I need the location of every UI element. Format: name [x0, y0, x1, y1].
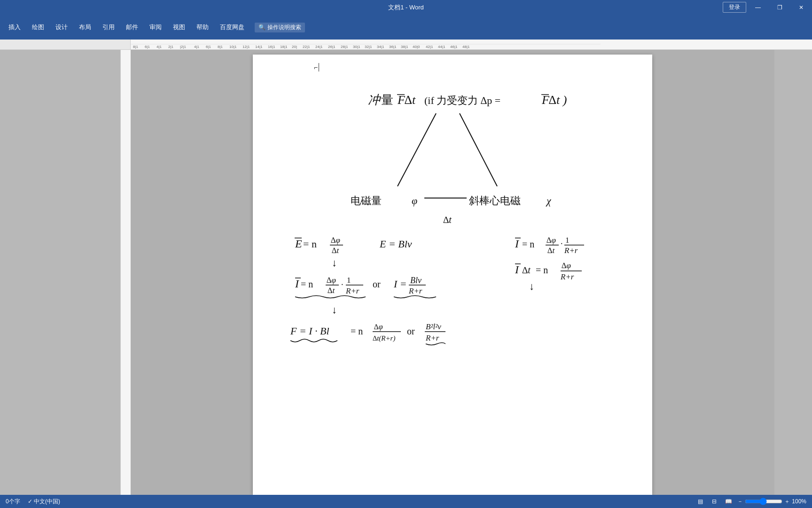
cursor-area: ⌐	[314, 63, 319, 71]
svg-text:4|1: 4|1	[156, 45, 162, 49]
svg-text:46|1: 46|1	[450, 45, 458, 49]
svg-text:R+r: R+r	[425, 333, 439, 342]
svg-text:R+r: R+r	[408, 286, 422, 295]
svg-text:∆t: ∆t	[443, 214, 452, 225]
ruler-bar: 8|1 6|1 4|1 2|1 |2|1 4|1 6|1 8|1 10|1 12…	[0, 40, 812, 50]
svg-text:22|1: 22|1	[303, 45, 310, 49]
svg-text:36|1: 36|1	[389, 45, 397, 49]
svg-text:= n: = n	[536, 265, 548, 275]
svg-text:∆t: ∆t	[328, 286, 335, 295]
svg-text:↓: ↓	[529, 280, 534, 292]
svg-text:E: E	[295, 238, 302, 250]
svg-text:∆t: ∆t	[332, 246, 339, 255]
ribbon-tab-insert[interactable]: 插入	[4, 21, 25, 33]
ribbon-tab-baidu[interactable]: 百度网盘	[215, 21, 249, 33]
svg-text:∆t ): ∆t )	[549, 93, 567, 107]
svg-text:F = I · Bl: F = I · Bl	[290, 325, 329, 337]
horizontal-ruler: 8|1 6|1 4|1 2|1 |2|1 4|1 6|1 8|1 10|1 12…	[131, 40, 812, 50]
login-button[interactable]: 登录	[723, 2, 746, 13]
svg-text:38|1: 38|1	[401, 45, 408, 49]
print-view-button[interactable]: ▤	[695, 496, 705, 507]
language-icon: ✓	[28, 498, 32, 505]
svg-text:30|1: 30|1	[353, 45, 360, 49]
svg-text:↓: ↓	[332, 304, 337, 316]
zoom-slider[interactable]	[745, 498, 782, 505]
svg-text:I =: I =	[393, 278, 407, 290]
svg-text:∆φ: ∆φ	[547, 236, 556, 245]
ribbon-tab-review[interactable]: 审阅	[145, 21, 166, 33]
svg-text:1: 1	[347, 276, 351, 285]
svg-text:44|1: 44|1	[438, 45, 445, 49]
web-view-button[interactable]: ⊟	[709, 496, 719, 507]
svg-text:14|1: 14|1	[255, 45, 263, 49]
document-content: 冲 量 F ∆t (if 力受变力 ∆p = F ∆t )	[281, 73, 624, 476]
svg-line-39	[460, 113, 497, 186]
ribbon-search[interactable]: 🔍 操作说明搜索	[255, 23, 305, 32]
svg-text:·: ·	[341, 280, 344, 289]
ribbon-tab-help[interactable]: 帮助	[192, 21, 213, 33]
svg-text:∆t: ∆t	[405, 93, 416, 107]
zoom-percent: 100%	[792, 498, 806, 505]
svg-text:8|1: 8|1	[133, 45, 139, 49]
svg-text:E = Blv: E = Blv	[379, 238, 412, 250]
svg-text:6|1: 6|1	[145, 45, 150, 49]
formulas-svg: 冲 量 F ∆t (if 力受变力 ∆p = F ∆t )	[281, 73, 624, 403]
status-bar: 0个字 ✓ 中文(中国) ▤ ⊟ 📖 － ＋ 100%	[0, 495, 812, 508]
text-cursor	[319, 63, 319, 71]
svg-text:I: I	[515, 263, 519, 276]
ruler-svg: 8|1 6|1 4|1 2|1 |2|1 4|1 6|1 8|1 10|1 12…	[131, 40, 812, 50]
svg-text:↓: ↓	[332, 257, 337, 269]
svg-text:∆t: ∆t	[522, 265, 531, 275]
ribbon-tab-design[interactable]: 设计	[51, 21, 72, 33]
document-page: ⌐ 冲 量 F ∆t (if 力受变力 ∆p = F ∆t )	[253, 55, 652, 495]
svg-text:φ: φ	[412, 195, 417, 206]
zoom-in-button[interactable]: ＋	[784, 498, 790, 506]
language-text: 中文(中国)	[34, 498, 60, 505]
svg-text:48|1: 48|1	[462, 45, 470, 49]
ribbon-tab-references[interactable]: 引用	[98, 21, 119, 33]
svg-text:∆φ: ∆φ	[327, 276, 336, 285]
svg-text:6|1: 6|1	[206, 45, 211, 49]
svg-text:= n: = n	[522, 239, 534, 249]
restore-button[interactable]: ❐	[769, 0, 790, 15]
svg-text:28|1: 28|1	[341, 45, 348, 49]
svg-line-38	[398, 113, 436, 186]
svg-text:34|1: 34|1	[377, 45, 384, 49]
main-area: ⌐ 冲 量 F ∆t (if 力受变力 ∆p = F ∆t )	[0, 50, 812, 495]
svg-text:Blv: Blv	[410, 276, 422, 285]
zoom-out-button[interactable]: －	[737, 498, 743, 506]
svg-text:= n: = n	[351, 326, 363, 336]
svg-text:1: 1	[565, 236, 570, 245]
ruler-corner	[0, 40, 131, 50]
svg-text:量: 量	[381, 93, 393, 107]
vertical-ruler	[120, 50, 131, 495]
svg-text:∆t: ∆t	[547, 246, 555, 255]
ribbon-tab-mail[interactable]: 邮件	[121, 21, 143, 33]
svg-text:18|1: 18|1	[280, 45, 288, 49]
ribbon-tab-layout[interactable]: 布局	[74, 21, 96, 33]
svg-text:|2|1: |2|1	[180, 45, 187, 49]
read-view-button[interactable]: 📖	[723, 496, 734, 507]
search-text: 操作说明搜索	[267, 24, 301, 32]
svg-text:or: or	[407, 326, 415, 336]
svg-text:∆φ: ∆φ	[374, 323, 383, 331]
ribbon-tab-draw[interactable]: 绘图	[27, 21, 49, 33]
svg-text:= n: = n	[301, 279, 313, 289]
svg-text:R+r: R+r	[560, 272, 574, 281]
window-controls: — ❐ ✕	[747, 0, 812, 15]
svg-text:∆φ: ∆φ	[331, 236, 340, 245]
svg-text:42|1: 42|1	[426, 45, 433, 49]
svg-text:32|1: 32|1	[365, 45, 372, 49]
svg-text:10|1: 10|1	[229, 45, 237, 49]
minimize-button[interactable]: —	[747, 0, 769, 15]
svg-text:12|1: 12|1	[242, 45, 250, 49]
svg-text:(if 力受变力 ∆p =: (if 力受变力 ∆p =	[424, 95, 500, 106]
document-area[interactable]: ⌐ 冲 量 F ∆t (if 力受变力 ∆p = F ∆t )	[131, 50, 774, 495]
ribbon-tab-view[interactable]: 视图	[168, 21, 190, 33]
svg-text:24|1: 24|1	[315, 45, 323, 49]
close-button[interactable]: ✕	[790, 0, 812, 15]
svg-text:2|1: 2|1	[168, 45, 174, 49]
svg-text:40|0: 40|0	[413, 45, 420, 49]
status-right-area: ▤ ⊟ 📖 － ＋ 100%	[695, 496, 806, 507]
svg-text:8|1: 8|1	[218, 45, 223, 49]
